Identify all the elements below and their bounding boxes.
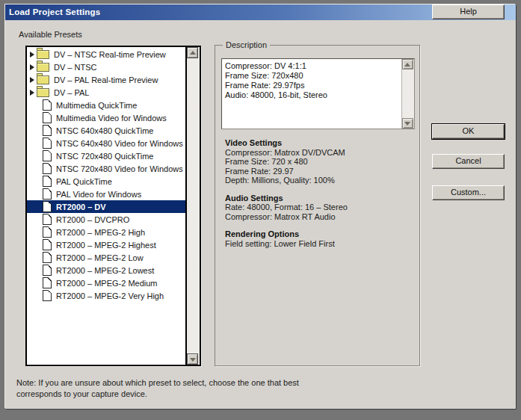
- settings-section: Video SettingsCompressor: Matrox DV/DVCA…: [225, 138, 413, 185]
- preset-item[interactable]: RT2000 – MPEG-2 Medium: [27, 277, 185, 289]
- description-line: Frame Rate: 29.97fps: [225, 81, 401, 90]
- section-line: Compressor: Matrox RT Audio: [225, 212, 413, 222]
- preset-item[interactable]: DV – NTSC Real-time Preview: [27, 48, 185, 61]
- section-line: Depth: Millions, Quality: 100%: [225, 176, 413, 185]
- preset-item-label: NTSC 640x480 Video for Windows: [56, 139, 183, 148]
- description-summary: Compressor: DV 4:1:1Frame Size: 720x480F…: [225, 61, 401, 100]
- preset-item[interactable]: NTSC 720x480 QuickTime: [27, 149, 185, 162]
- triangle-right-icon[interactable]: [30, 64, 34, 70]
- triangle-right-icon[interactable]: [30, 90, 34, 96]
- preset-item-label: Multimedia Video for Windows: [56, 114, 167, 123]
- file-icon: [43, 125, 52, 136]
- load-project-settings-dialog: Load Project Settings Available Presets …: [5, 4, 516, 409]
- settings-section: Audio SettingsRate: 48000, Format: 16 – …: [225, 194, 413, 222]
- cancel-button[interactable]: Cancel: [432, 154, 505, 169]
- preset-item[interactable]: RT2000 – DV: [27, 200, 185, 213]
- file-icon: [43, 265, 52, 276]
- arrow-up-icon: [190, 51, 196, 55]
- triangle-right-icon[interactable]: [30, 52, 34, 58]
- preset-item-label: RT2000 – MPEG-2 Highest: [56, 241, 156, 250]
- desc-scroll-up-button[interactable]: [402, 59, 413, 70]
- section-line: Rate: 48000, Format: 16 – Stereo: [225, 203, 413, 212]
- section-heading: Video Settings: [225, 138, 413, 148]
- description-group: Description Compressor: DV 4:1:1Frame Si…: [215, 45, 420, 366]
- file-icon: [43, 239, 52, 250]
- available-presets-label: Available Presets: [19, 30, 82, 39]
- description-line: Compressor: DV 4:1:1: [225, 61, 401, 71]
- preset-item-label: NTSC 720x480 Video for Windows: [56, 164, 183, 173]
- preset-item-label: DV – NTSC Real-time Preview: [54, 50, 166, 59]
- description-textbox: Compressor: DV 4:1:1Frame Size: 720x480F…: [221, 58, 415, 129]
- file-icon: [43, 163, 52, 174]
- desc-scroll-down-button[interactable]: [402, 118, 413, 129]
- file-icon: [43, 99, 52, 111]
- preset-item[interactable]: RT2000 – MPEG-2 Lowest: [27, 264, 185, 277]
- scroll-down-button[interactable]: [187, 353, 198, 365]
- arrow-down-icon: [404, 122, 410, 126]
- preset-item[interactable]: RT2000 – MPEG-2 Highest: [27, 238, 185, 251]
- file-icon: [43, 201, 52, 212]
- preset-item-label: RT2000 – DVCPRO: [56, 215, 129, 224]
- preset-item-label: DV – PAL: [54, 88, 90, 97]
- file-icon: [43, 214, 52, 225]
- file-icon: [43, 188, 52, 200]
- preset-item-label: NTSC 640x480 QuickTime: [56, 126, 153, 135]
- preset-item[interactable]: DV – PAL: [27, 86, 185, 99]
- file-icon: [43, 252, 52, 263]
- description-line: Audio: 48000, 16-bit, Stereo: [225, 90, 401, 100]
- preset-item[interactable]: RT2000 – MPEG-2 Very High: [27, 289, 185, 302]
- section-line: Frame Rate: 29.97: [225, 167, 413, 176]
- file-icon: [43, 277, 52, 288]
- preset-item-label: RT2000 – MPEG-2 Lowest: [56, 266, 154, 275]
- preset-item[interactable]: NTSC 640x480 Video for Windows: [27, 137, 185, 149]
- preset-item[interactable]: Multimedia Video for Windows: [27, 111, 185, 124]
- file-icon: [43, 290, 52, 301]
- file-icon: [43, 226, 52, 238]
- preset-item-label: RT2000 – MPEG-2 Medium: [56, 279, 158, 288]
- preset-item[interactable]: PAL Video for Windows: [27, 188, 185, 200]
- preset-item-label: RT2000 – MPEG-2 High: [56, 228, 145, 237]
- preset-item-label: Multimedia QuickTime: [56, 101, 137, 110]
- preset-item[interactable]: DV – PAL Real-time Preview: [27, 73, 185, 86]
- file-icon: [43, 176, 52, 187]
- preset-item-label: PAL Video for Windows: [56, 190, 141, 199]
- preset-item-label: RT2000 – DV: [56, 203, 106, 211]
- preset-item-label: RT2000 – MPEG-2 Very High: [56, 291, 164, 300]
- section-heading: Audio Settings: [225, 194, 413, 203]
- dialog-frame: Load Project Settings Available Presets …: [0, 0, 521, 420]
- preset-item[interactable]: Multimedia QuickTime: [27, 99, 185, 111]
- scroll-up-button[interactable]: [187, 47, 198, 58]
- custom-button[interactable]: Custom...: [432, 185, 505, 200]
- preset-item-label: DV – NTSC: [54, 63, 96, 72]
- list-scrollbar[interactable]: [185, 47, 200, 365]
- preset-list: DV – NTSC Real-time PreviewDV – NTSCDV –…: [25, 46, 201, 366]
- settings-sections: Video SettingsCompressor: Matrox DV/DVCA…: [225, 138, 413, 256]
- folder-icon: [37, 50, 49, 59]
- preset-item[interactable]: DV – NTSC: [27, 61, 185, 73]
- section-line: Field setting: Lower Field First: [225, 239, 413, 249]
- section-line: Frame Size: 720 x 480: [225, 157, 413, 167]
- file-icon: [43, 112, 52, 123]
- folder-icon: [37, 88, 49, 97]
- preset-item-label: PAL QuickTime: [56, 177, 112, 186]
- ok-button[interactable]: OK: [432, 124, 505, 139]
- description-scrollbar[interactable]: [401, 59, 414, 129]
- settings-section: Rendering OptionsField setting: Lower Fi…: [225, 229, 413, 248]
- preset-item[interactable]: RT2000 – MPEG-2 High: [27, 226, 185, 238]
- note-text: Note: If you are unsure about which pres…: [16, 377, 345, 400]
- preset-item-label: NTSC 720x480 QuickTime: [56, 152, 153, 161]
- preset-item[interactable]: RT2000 – DVCPRO: [27, 213, 185, 226]
- preset-item[interactable]: NTSC 640x480 QuickTime: [27, 124, 185, 137]
- preset-item[interactable]: PAL QuickTime: [27, 175, 185, 188]
- arrow-down-icon: [190, 358, 196, 362]
- description-legend: Description: [223, 40, 270, 49]
- preset-item-label: DV – PAL Real-time Preview: [54, 75, 158, 84]
- preset-rows: DV – NTSC Real-time PreviewDV – NTSCDV –…: [27, 47, 185, 365]
- preset-item[interactable]: NTSC 720x480 Video for Windows: [27, 162, 185, 175]
- preset-item[interactable]: RT2000 – MPEG-2 Low: [27, 251, 185, 264]
- file-icon: [43, 150, 52, 161]
- window-title: Load Project Settings: [9, 7, 100, 16]
- help-button[interactable]: Help: [432, 4, 505, 19]
- folder-icon: [37, 63, 49, 72]
- triangle-right-icon[interactable]: [30, 77, 34, 83]
